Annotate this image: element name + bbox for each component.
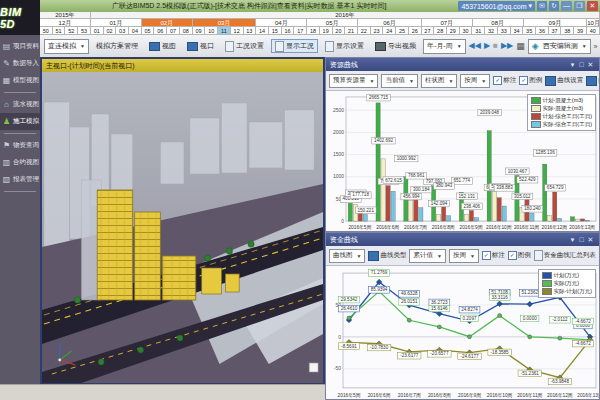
- timeline-week-cell[interactable]: 15: [269, 27, 282, 35]
- sidebar-item-report-mgmt[interactable]: ▧报表管理: [0, 171, 40, 188]
- 3d-model-scene[interactable]: [42, 72, 323, 383]
- pin-icon[interactable]: ▾: [568, 236, 577, 244]
- message-icon[interactable]: ✉: [537, 1, 547, 11]
- curve-type-button[interactable]: 曲线类型: [586, 76, 599, 86]
- timeline-week-cell[interactable]: 33: [498, 27, 511, 35]
- pin-icon[interactable]: ▾: [568, 61, 577, 69]
- timeline-week-cell[interactable]: 06: [154, 27, 167, 35]
- minimize-button[interactable]: —: [561, 1, 572, 11]
- timeline-week-cell[interactable]: 53: [78, 27, 91, 35]
- timeline-week-cell[interactable]: 16: [282, 27, 295, 35]
- curve-type-button[interactable]: 曲线类型: [368, 251, 406, 261]
- timeline-week-cell[interactable]: 34: [511, 27, 524, 35]
- timeline-week-cell[interactable]: 27: [422, 27, 435, 35]
- stop-button[interactable]: ■: [493, 39, 498, 53]
- account-menu[interactable]: 453715601@qq.com ▾: [458, 1, 535, 11]
- sim-mode-dropdown[interactable]: 直连模拟 ▼: [44, 39, 89, 54]
- timeline-week-cell[interactable]: 39: [574, 27, 587, 35]
- sidebar-item-project-info[interactable]: ▤项目资料: [0, 38, 40, 55]
- chart-type-dropdown[interactable]: 曲线图▼: [329, 249, 365, 263]
- timeline-week-cell[interactable]: 35: [523, 27, 536, 35]
- timeline-week-cell[interactable]: 09: [193, 27, 206, 35]
- labels-checkbox[interactable]: ✓ 标注: [493, 76, 516, 85]
- timeline-week-cell[interactable]: 36: [536, 27, 549, 35]
- timeline-week-cell[interactable]: 20: [333, 27, 346, 35]
- viewpoint-dropdown[interactable]: ◈ 西安编辑测 ▼: [528, 39, 591, 54]
- timeline-week-cell[interactable]: 21: [345, 27, 358, 35]
- timeline-week-cell[interactable]: 12: [231, 27, 244, 35]
- timeline-gantt-header[interactable]: 2015年2016年12月01月02月03月04月05月06月07月08月09月…: [40, 12, 600, 35]
- timeline-week-cell[interactable]: 51: [53, 27, 66, 35]
- timeline-week-cell[interactable]: 14: [256, 27, 269, 35]
- timeline-month-cell[interactable]: 08月: [473, 19, 524, 27]
- curve-settings-button[interactable]: 曲线设置: [545, 76, 583, 86]
- timeline-week-cell[interactable]: 19: [320, 27, 333, 35]
- play-button[interactable]: ▶: [484, 39, 490, 53]
- timeline-week-cell[interactable]: 11: [218, 27, 231, 35]
- timeline-month-cell[interactable]: 02月: [142, 19, 193, 27]
- period-dropdown[interactable]: 按周▼: [460, 74, 490, 88]
- timeline-week-cell[interactable]: 31: [472, 27, 485, 35]
- sidebar-item-data-import[interactable]: ✎数据导入: [0, 55, 40, 72]
- sidebar-item-material-query[interactable]: ⚑物资查询: [0, 137, 40, 154]
- timeline-week-cell[interactable]: 24: [383, 27, 396, 35]
- sidebar-item-model-view[interactable]: ▦模型视图: [0, 72, 40, 89]
- timeline-week-cell[interactable]: 40: [587, 27, 600, 35]
- maximize-icon[interactable]: □: [577, 236, 586, 243]
- timeline-week-cell[interactable]: 38: [561, 27, 574, 35]
- timeline-week-cell[interactable]: 29: [447, 27, 460, 35]
- sidebar-item-contract-view[interactable]: ▥合约视图: [0, 154, 40, 171]
- timeline-week-cell[interactable]: 17: [294, 27, 307, 35]
- timeline-month-cell[interactable]: 05月: [307, 19, 358, 27]
- timeline-week-cell[interactable]: 26: [409, 27, 422, 35]
- timeline-week-cell[interactable]: 37: [549, 27, 562, 35]
- sidebar-item-flow-view[interactable]: ⌂流水视图: [0, 96, 40, 113]
- resource-source-dropdown[interactable]: 预算资源量▼: [329, 74, 378, 88]
- timeline-week-cell[interactable]: 13: [244, 27, 257, 35]
- timeline-week-cell[interactable]: 30: [460, 27, 473, 35]
- timeline-month-cell[interactable]: 10月: [587, 19, 600, 27]
- timeline-month-cell[interactable]: 01月: [91, 19, 142, 27]
- refresh-icon[interactable]: ↻: [549, 1, 559, 11]
- timeline-week-cell[interactable]: 25: [396, 27, 409, 35]
- timeline-month-cell[interactable]: 04月: [256, 19, 307, 27]
- time-scale-dropdown[interactable]: 年-月-周 ▼: [423, 39, 466, 54]
- timeline-month-cell[interactable]: 06月: [358, 19, 422, 27]
- toolbar-button-show-work-condition[interactable]: 显示工况: [271, 39, 318, 53]
- timeline-week-cell[interactable]: 10: [205, 27, 218, 35]
- timeline-week-cell[interactable]: 52: [65, 27, 78, 35]
- toolbar-button-export-video[interactable]: 导出视频: [371, 39, 420, 53]
- labels-checkbox[interactable]: ✓ 标注: [482, 251, 505, 260]
- timeline-week-cell[interactable]: 50: [40, 27, 53, 35]
- chart-type-dropdown[interactable]: 柱状图▼: [421, 74, 457, 88]
- toolbar-button-views[interactable]: 视图: [145, 39, 180, 53]
- toolbar-button-viewport[interactable]: 视口: [183, 39, 218, 53]
- rewind-button[interactable]: ◀◀: [469, 39, 481, 53]
- capital-summary-button[interactable]: 资金曲线汇总列表: [534, 250, 596, 261]
- maximize-button[interactable]: ❐: [574, 1, 585, 11]
- timeline-week-cell[interactable]: 28: [434, 27, 447, 35]
- legend-checkbox[interactable]: ✓ 图例: [508, 251, 531, 260]
- viewport-badge[interactable]: [309, 363, 318, 372]
- period-dropdown[interactable]: 按周▼: [449, 249, 479, 263]
- timeline-week-cell[interactable]: 22: [358, 27, 371, 35]
- toolbar-button-sim-plan-mgmt[interactable]: 模拟方案管理: [92, 39, 142, 53]
- maximize-icon[interactable]: □: [577, 61, 586, 68]
- toolbar-overflow-icon[interactable]: »: [594, 43, 598, 50]
- timeline-week-cell[interactable]: 04: [129, 27, 142, 35]
- close-icon[interactable]: ✕: [586, 61, 595, 69]
- grid-view-icon[interactable]: ▦: [516, 41, 525, 51]
- legend-checkbox[interactable]: ✓ 图例: [519, 76, 542, 85]
- timeline-month-cell[interactable]: 09月: [524, 19, 588, 27]
- value-mode-dropdown[interactable]: 当前值▼: [381, 74, 417, 88]
- timeline-week-cell[interactable]: 18: [307, 27, 320, 35]
- timeline-week-cell[interactable]: 23: [371, 27, 384, 35]
- timeline-week-cell[interactable]: 03: [116, 27, 129, 35]
- toolbar-button-work-condition-settings[interactable]: 工况设置: [221, 39, 268, 53]
- timeline-week-cell[interactable]: 07: [167, 27, 180, 35]
- timeline-week-cell[interactable]: 02: [104, 27, 117, 35]
- close-button[interactable]: ✕: [587, 1, 598, 11]
- sidebar-item-construction-sim[interactable]: ♟施工模拟: [0, 113, 40, 130]
- timeline-week-cell[interactable]: 05: [142, 27, 155, 35]
- close-icon[interactable]: ✕: [586, 236, 595, 244]
